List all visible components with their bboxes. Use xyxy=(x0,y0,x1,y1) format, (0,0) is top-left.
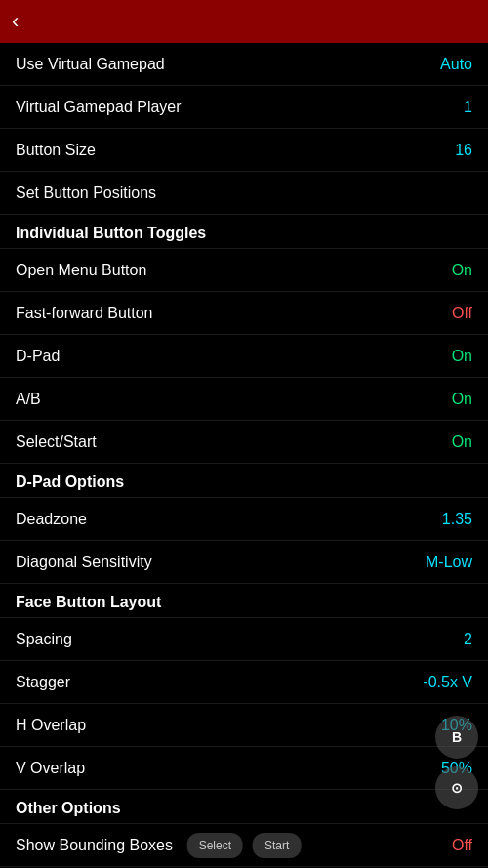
row-value-diagonal-sensitivity: M-Low xyxy=(426,554,472,571)
row-deadzone[interactable]: Deadzone 1.35 xyxy=(0,498,488,541)
row-value-d-pad: On xyxy=(452,348,472,365)
row-value-fast-forward-button: Off xyxy=(452,305,472,322)
section-header-individual-button-toggles: Individual Button Toggles xyxy=(0,215,488,249)
row-show-bounding-boxes[interactable]: Show Bounding Boxes Off xyxy=(0,824,488,867)
row-use-virtual-gamepad[interactable]: Use Virtual Gamepad Auto xyxy=(0,43,488,86)
row-open-menu-button[interactable]: Open Menu Button On xyxy=(0,249,488,292)
row-ab[interactable]: A/B On xyxy=(0,378,488,421)
section-header-face-button-layout: Face Button Layout xyxy=(0,584,488,618)
row-label-open-menu-button: Open Menu Button xyxy=(16,262,146,279)
row-select-start[interactable]: Select/Start On xyxy=(0,421,488,464)
row-value-virtual-gamepad-player: 1 xyxy=(464,99,472,116)
row-value-button-size: 16 xyxy=(455,142,472,159)
row-spacing[interactable]: Spacing 2 xyxy=(0,618,488,661)
row-label-spacing: Spacing xyxy=(16,631,72,648)
row-set-button-positions[interactable]: Set Button Positions xyxy=(0,172,488,215)
section-header-other-options: Other Options xyxy=(0,790,488,824)
row-label-diagonal-sensitivity: Diagonal Sensitivity xyxy=(16,554,152,571)
section-title-other-options: Other Options xyxy=(16,800,121,816)
row-fast-forward-button[interactable]: Fast-forward Button Off xyxy=(0,292,488,335)
row-label-deadzone: Deadzone xyxy=(16,511,87,528)
row-button-size[interactable]: Button Size 16 xyxy=(0,129,488,172)
row-label-show-bounding-boxes: Show Bounding Boxes xyxy=(16,837,173,854)
app-header: ‹ xyxy=(0,0,488,43)
row-diagonal-sensitivity[interactable]: Diagonal Sensitivity M-Low xyxy=(0,541,488,584)
back-button[interactable]: ‹ xyxy=(12,9,19,34)
row-value-open-menu-button: On xyxy=(452,262,472,279)
row-label-button-size: Button Size xyxy=(16,142,96,159)
row-value-h-overlap: 10% xyxy=(441,717,472,734)
section-header-d-pad-options: D-Pad Options xyxy=(0,464,488,498)
row-label-use-virtual-gamepad: Use Virtual Gamepad xyxy=(16,56,165,73)
row-value-select-start: On xyxy=(452,434,472,451)
section-title-individual-button-toggles: Individual Button Toggles xyxy=(16,225,206,241)
row-virtual-gamepad-player[interactable]: Virtual Gamepad Player 1 xyxy=(0,86,488,129)
row-value-spacing: 2 xyxy=(464,631,472,648)
row-label-h-overlap: H Overlap xyxy=(16,717,86,734)
row-value-ab: On xyxy=(452,391,472,408)
row-label-ab: A/B xyxy=(16,391,41,408)
row-value-use-virtual-gamepad: Auto xyxy=(440,56,472,73)
row-stagger[interactable]: Stagger -0.5x V xyxy=(0,661,488,704)
row-d-pad[interactable]: D-Pad On xyxy=(0,335,488,378)
row-label-virtual-gamepad-player: Virtual Gamepad Player xyxy=(16,99,182,116)
row-label-d-pad: D-Pad xyxy=(16,348,60,365)
row-value-show-bounding-boxes: Off xyxy=(452,837,472,854)
row-value-v-overlap: 50% xyxy=(441,760,472,777)
row-label-v-overlap: V Overlap xyxy=(16,760,85,777)
section-title-d-pad-options: D-Pad Options xyxy=(16,474,124,490)
row-label-stagger: Stagger xyxy=(16,674,70,691)
row-value-stagger: -0.5x V xyxy=(423,674,472,691)
row-label-select-start: Select/Start xyxy=(16,434,97,451)
row-h-overlap[interactable]: H Overlap 10% xyxy=(0,704,488,747)
row-label-set-button-positions: Set Button Positions xyxy=(16,185,156,202)
section-title-face-button-layout: Face Button Layout xyxy=(16,594,161,610)
row-v-overlap[interactable]: V Overlap 50% xyxy=(0,747,488,790)
row-label-fast-forward-button: Fast-forward Button xyxy=(16,305,153,322)
row-value-deadzone: 1.35 xyxy=(442,511,472,528)
